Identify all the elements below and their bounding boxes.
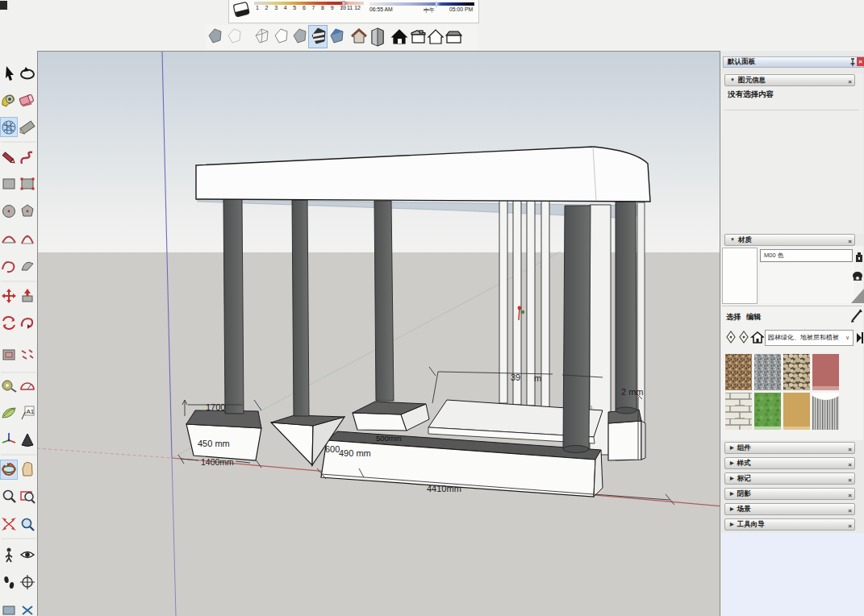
- svg-text:39: 39: [511, 373, 520, 382]
- svg-text:m: m: [534, 373, 541, 383]
- svg-text:4410mm: 4410mm: [427, 484, 461, 493]
- svg-text:490 mm: 490 mm: [339, 448, 371, 458]
- svg-text:2 mm: 2 mm: [621, 387, 644, 397]
- svg-text:1400mm: 1400mm: [201, 457, 234, 467]
- svg-text:450 mm: 450 mm: [198, 439, 230, 448]
- svg-text:500mm: 500mm: [376, 434, 402, 443]
- svg-text:A1: A1: [27, 408, 35, 415]
- svg-text:1700: 1700: [206, 402, 225, 412]
- svg-text:600: 600: [325, 444, 340, 454]
